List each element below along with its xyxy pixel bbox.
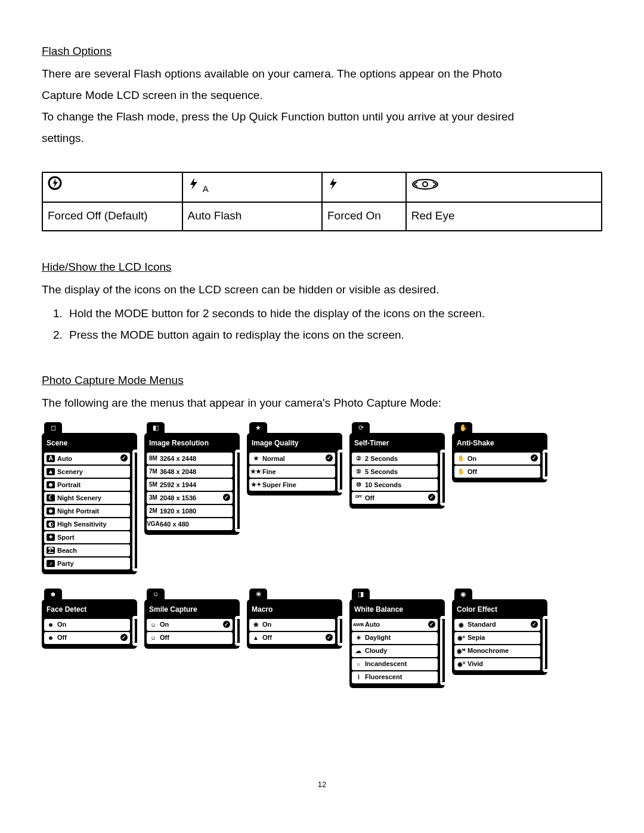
macro-item-1: Off	[262, 631, 272, 644]
lcd-p1: The display of the icons on the LCD scre…	[42, 279, 602, 301]
facedetect-title: Face Detect	[44, 602, 135, 619]
macro-tab-icon: ❀	[249, 589, 267, 599]
color-item-1: Sepia	[467, 631, 485, 644]
wb-tab-icon: ◨	[352, 589, 370, 599]
menu-scene: ◻ Scene AAuto✓ ▲Scenery ☻Portrait ☾Night…	[42, 422, 137, 574]
wb-item-0: Auto	[365, 618, 380, 631]
res-item-1: 3648 x 2048	[160, 466, 196, 478]
flash-cell-0: Forced Off (Default)	[42, 202, 182, 231]
flash-table: A Forced Off (Default) Auto Flash Forced…	[42, 172, 602, 231]
res-item-2: 2592 x 1944	[160, 479, 196, 491]
menu-wb: ◨ White Balance AWBAuto✓ ☀Daylight ☁Clou…	[349, 589, 445, 688]
wb-item-1: Daylight	[365, 631, 391, 644]
res-item-0: 3264 x 2448	[160, 453, 196, 465]
smile-title: Smile Capture	[147, 602, 237, 619]
scene-item-6: Sport	[57, 531, 75, 544]
menu-resolution: ◧ Image Resolution 8M3264 x 2448 7M3648 …	[144, 422, 240, 535]
quality-tab-icon: ★	[249, 422, 267, 433]
menu-selftimer: ⟳ Self-Timer ②2 Seconds ⑤5 Seconds ⑩10 S…	[349, 422, 445, 509]
antishake-title: Anti-Shake	[454, 435, 545, 453]
smile-tab-icon: ☺	[147, 589, 165, 599]
scene-item-4: Night Portrait	[57, 505, 99, 518]
sm-item-0: On	[160, 618, 169, 631]
flash-cell-1: Auto Flash	[182, 202, 323, 231]
quality-title: Image Quality	[249, 435, 340, 453]
lcd-step-1: Hold the MODE button for 2 seconds to hi…	[66, 303, 602, 324]
auto-flash-icon: A	[188, 176, 209, 197]
menu-antishake: ✋ Anti-Shake ✋On✓ ✋Off	[452, 422, 547, 482]
scene-item-8: Party	[57, 558, 74, 570]
color-title: Color Effect	[454, 602, 545, 619]
forced-on-icon	[327, 176, 339, 197]
res-item-3: 2048 x 1536	[160, 492, 196, 504]
as-item-0: On	[467, 453, 476, 465]
flash-p4: settings.	[42, 128, 602, 149]
lcd-step-2: Press the MODE button again to redisplay…	[66, 324, 602, 346]
color-item-3: Vivid	[467, 658, 483, 670]
color-item-2: Monochrome	[467, 645, 509, 657]
menu-facedetect: ☻ Face Detect ☻On ☻Off✓	[42, 589, 137, 649]
quality-item-0: Normal	[262, 453, 285, 465]
svg-point-2	[423, 182, 428, 187]
menu-macro: ❀ Macro ❀On ▲Off✓	[247, 589, 342, 649]
st-item-2: 10 Seconds	[365, 479, 401, 491]
scene-item-3: Night Scenery	[57, 492, 101, 504]
flash-p1: There are several Flash options availabl…	[42, 63, 602, 85]
menu-quality: ★ Image Quality ★Normal✓ ★★Fine ★✦Super …	[247, 422, 342, 496]
flash-cell-3: Red Eye	[406, 202, 602, 231]
scene-title: Scene	[44, 435, 135, 453]
selftimer-tab-icon: ⟳	[352, 422, 370, 433]
scene-item-7: Beach	[57, 544, 77, 557]
fd-item-0: On	[57, 618, 66, 631]
macro-title: Macro	[249, 602, 340, 619]
wb-item-3: Incandescent	[365, 658, 407, 670]
scene-item-5: High Sensitivity	[57, 518, 107, 531]
sm-item-1: Off	[160, 631, 169, 644]
lcd-steps: Hold the MODE button for 2 seconds to hi…	[42, 303, 602, 346]
lcd-heading: Hide/Show the LCD Icons	[42, 256, 602, 278]
res-item-5: 640 x 480	[160, 518, 189, 531]
scene-item-2: Portrait	[57, 479, 80, 491]
facedetect-tab-icon: ☻	[44, 589, 62, 599]
st-item-3: Off	[365, 492, 374, 504]
flash-p2: Capture Mode LCD screen in the sequence.	[42, 85, 602, 106]
scene-item-0: Auto	[57, 453, 72, 465]
as-item-1: Off	[467, 466, 477, 478]
red-eye-icon	[411, 176, 439, 197]
flash-cell-2: Forced On	[322, 202, 406, 231]
wb-title: White Balance	[352, 602, 442, 619]
color-item-0: Standard	[467, 618, 496, 631]
page-number: 12	[42, 778, 602, 792]
forced-off-icon	[48, 176, 63, 197]
quality-item-1: Fine	[262, 466, 276, 478]
quality-item-2: Super Fine	[262, 479, 296, 491]
svg-point-1	[413, 179, 438, 189]
flash-heading: Flash Options	[42, 41, 602, 62]
flash-p3: To change the Flash mode, press the Up Q…	[42, 106, 602, 128]
color-tab-icon: ◉	[454, 589, 472, 599]
res-item-4: 1920 x 1080	[160, 505, 196, 518]
wb-item-4: Fluorescent	[365, 671, 402, 683]
menus-p1: The following are the menus that appear …	[42, 392, 602, 414]
resolution-tab-icon: ◧	[147, 422, 165, 433]
selftimer-title: Self-Timer	[352, 435, 442, 453]
resolution-title: Image Resolution	[147, 435, 237, 453]
menus-heading: Photo Capture Mode Menus	[42, 370, 602, 391]
wb-item-2: Cloudy	[365, 645, 387, 657]
fd-item-1: Off	[57, 631, 67, 644]
st-item-0: 2 Seconds	[365, 453, 398, 465]
antishake-tab-icon: ✋	[454, 422, 472, 433]
scene-tab-icon: ◻	[44, 422, 62, 433]
menu-color: ◉ Color Effect ◉Standard✓ ◉ˢSepia ◉ᴹMono…	[452, 589, 547, 675]
scene-item-1: Scenery	[57, 466, 83, 478]
st-item-1: 5 Seconds	[365, 466, 398, 478]
menu-smile: ☺ Smile Capture ☺On✓ ☺Off	[144, 589, 240, 649]
macro-item-0: On	[262, 618, 271, 631]
